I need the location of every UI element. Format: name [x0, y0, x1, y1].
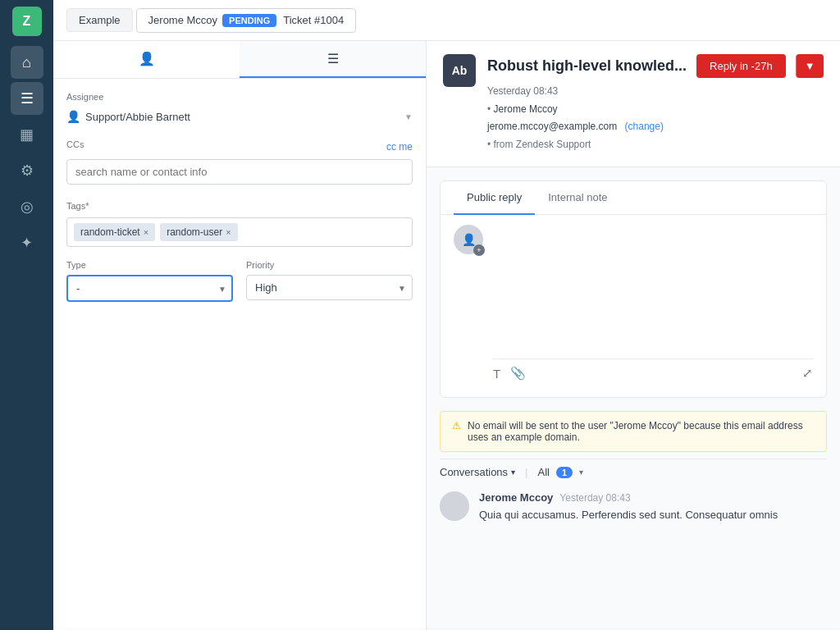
ticket-email-row: jerome.mccoy@example.com (change)	[487, 118, 824, 136]
reply-composer: 👤 + T 📎 ⤢	[441, 215, 826, 397]
reply-textarea[interactable]	[493, 225, 813, 356]
reply-dropdown-button[interactable]: ▼	[796, 54, 824, 78]
priority-label: Priority	[246, 260, 413, 270]
conversations-label[interactable]: Conversations ▾	[440, 466, 515, 478]
tag-random-ticket: random-ticket ×	[74, 223, 155, 241]
tab-jerome-label: Jerome Mccoy	[148, 14, 218, 26]
attach-icon[interactable]: 📎	[510, 366, 526, 381]
conversations-count: 1	[556, 467, 573, 478]
sidebar: Z ⌂ ☰ ▦ ⚙ ◎ ✦	[0, 0, 53, 630]
conversations-bar: Conversations ▾ | All 1 ▾	[440, 459, 827, 485]
avatar-icon: 👤	[462, 233, 476, 246]
main-content: Example Jerome Mccoy PENDING Ticket #100…	[53, 0, 840, 630]
tags-container: random-ticket × random-user ×	[66, 217, 413, 247]
message-item: Jerome Mccoy Yesterday 08:43 Quia qui ac…	[440, 491, 827, 523]
priority-select-wrapper: High ▼	[246, 275, 413, 300]
assignee-value: Support/Abbie Barnett	[85, 111, 190, 123]
tags-label: Tags*	[66, 201, 413, 211]
ccs-search-input[interactable]	[66, 159, 413, 185]
composer-body: T 📎 ⤢	[493, 225, 813, 387]
tab-ticket-number: Ticket #1004	[283, 14, 344, 26]
ccs-row: CCs cc me	[66, 139, 413, 154]
type-field-group: Type - Question Incident Task ▼	[66, 260, 233, 302]
conversations-chevron: ▾	[511, 468, 515, 477]
sidebar-item-tools[interactable]: ✦	[11, 226, 43, 259]
tag-remove-random-ticket[interactable]: ×	[144, 227, 148, 237]
assignee-label: Assignee	[66, 92, 413, 102]
message-time: Yesterday 08:43	[559, 492, 630, 504]
type-select-wrapper: - Question Incident Task ▼	[66, 275, 233, 302]
panel-tab-ticket[interactable]: ☰	[240, 41, 426, 78]
ticket-source: • from Zendesk Support	[487, 136, 824, 154]
ticket-meta: Yesterday 08:43 • Jerome Mccoy jerome.mc…	[487, 83, 824, 153]
tab-pending-badge: PENDING	[222, 14, 276, 27]
sidebar-item-search[interactable]: ◎	[11, 190, 43, 223]
all-label: All	[538, 466, 550, 478]
change-link[interactable]: (change)	[625, 121, 664, 132]
panel-tab-user[interactable]: 👤	[53, 41, 240, 78]
type-priority-row: Type - Question Incident Task ▼	[66, 260, 413, 302]
reply-tabs: Public reply Internal note	[441, 181, 826, 215]
message-avatar	[440, 491, 469, 521]
panel-tabs: 👤 ☰	[53, 41, 426, 79]
composer-avatar: 👤 +	[454, 225, 483, 254]
ticket-title-row: Robust high-level knowled... Reply in -2…	[487, 54, 824, 78]
reply-tab-internal[interactable]: Internal note	[535, 181, 620, 215]
conversations-divider: |	[525, 466, 527, 478]
reply-button[interactable]: Reply in -27h	[696, 54, 786, 78]
sidebar-item-home[interactable]: ⌂	[11, 46, 43, 79]
reply-tab-public[interactable]: Public reply	[454, 181, 535, 215]
tag-random-user: random-user ×	[160, 223, 237, 241]
type-label: Type	[66, 260, 233, 270]
text-format-icon[interactable]: T	[493, 367, 500, 381]
sidebar-item-tickets[interactable]: ☰	[11, 82, 43, 115]
right-panel: Ab Robust high-level knowled... Reply in…	[427, 41, 840, 630]
warning-text: No email will be sent to the user "Jerom…	[468, 420, 815, 443]
message-text: Quia qui accusamus. Perferendis sed sunt…	[479, 507, 827, 523]
warning-banner: ⚠ No email will be sent to the user "Jer…	[440, 411, 827, 452]
logo: Z	[12, 7, 42, 36]
ticket-timestamp: Yesterday 08:43	[487, 83, 824, 101]
tag-remove-random-user[interactable]: ×	[226, 227, 231, 237]
avatar-badge[interactable]: +	[473, 244, 485, 256]
warning-icon: ⚠	[452, 420, 461, 431]
all-chevron: ▾	[579, 468, 583, 477]
reply-area: Public reply Internal note 👤 + T 📎 ⤢	[440, 180, 827, 398]
message-author: Jerome Mccoy	[479, 491, 553, 504]
tab-jerome[interactable]: Jerome Mccoy PENDING Ticket #1004	[136, 8, 357, 33]
ticket-title: Robust high-level knowled...	[487, 57, 687, 75]
priority-field-group: Priority High ▼	[246, 260, 413, 302]
type-select[interactable]: - Question Incident Task	[66, 275, 233, 302]
ticket-contact: • Jerome Mccoy	[487, 101, 824, 119]
assignee-dropdown-icon: ▼	[404, 112, 413, 121]
ticket-info: Robust high-level knowled... Reply in -2…	[487, 54, 824, 153]
send-options-icon[interactable]: ⤢	[802, 366, 813, 381]
panel-body: Assignee 👤 Support/Abbie Barnett ▼ CCs c…	[53, 79, 426, 322]
left-panel: 👤 ☰ Assignee 👤 Support/Abbie Barnett ▼ C…	[53, 41, 427, 630]
tab-example[interactable]: Example	[66, 8, 133, 32]
tag-label: random-ticket	[80, 226, 140, 238]
user-icon: 👤	[66, 110, 80, 123]
sidebar-item-reports[interactable]: ▦	[11, 118, 43, 151]
content-area: 👤 ☰ Assignee 👤 Support/Abbie Barnett ▼ C…	[53, 41, 840, 630]
cc-me-link[interactable]: cc me	[386, 141, 413, 153]
top-tabs-bar: Example Jerome Mccoy PENDING Ticket #100…	[53, 0, 840, 41]
ticket-header: Ab Robust high-level knowled... Reply in…	[427, 41, 840, 167]
sidebar-item-settings[interactable]: ⚙	[11, 154, 43, 187]
message-header: Jerome Mccoy Yesterday 08:43	[479, 491, 827, 504]
assignee-field[interactable]: 👤 Support/Abbie Barnett ▼	[66, 107, 413, 126]
composer-toolbar: T 📎 ⤢	[493, 358, 813, 387]
ccs-label: CCs	[66, 139, 84, 149]
ticket-avatar: Ab	[443, 54, 476, 87]
message-content: Jerome Mccoy Yesterday 08:43 Quia qui ac…	[479, 491, 827, 523]
tag-label: random-user	[167, 226, 222, 238]
priority-select[interactable]: High	[246, 275, 413, 300]
